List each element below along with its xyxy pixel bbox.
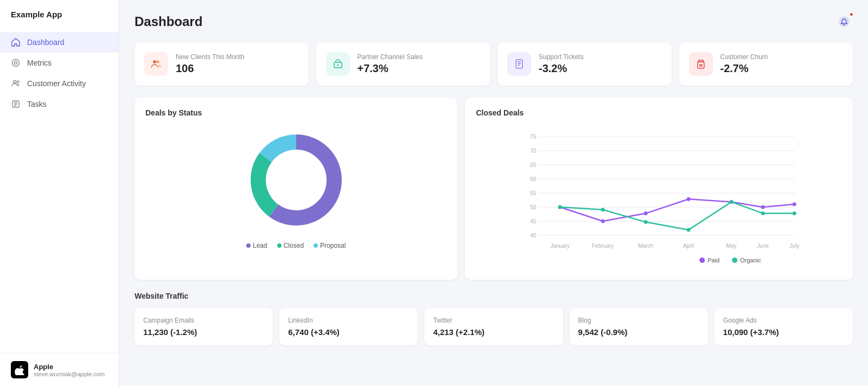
- traffic-section: Website Traffic Campaign Emails 11,230 (…: [135, 292, 853, 345]
- kpi-row: New Clients This Month 106 Partner Chann…: [135, 42, 853, 86]
- svg-point-3: [17, 81, 19, 83]
- traffic-card-3: Blog 9,542 (-0.9%): [570, 308, 708, 345]
- kpi-icon-new-clients: [144, 52, 168, 76]
- app-logo: Example App: [0, 0, 119, 28]
- kpi-value-support-tickets: -3.2%: [539, 62, 584, 75]
- svg-text:50: 50: [531, 204, 537, 210]
- svg-rect-10: [516, 60, 522, 68]
- sidebar-item-dashboard[interactable]: Dashboard: [0, 32, 119, 53]
- sidebar-nav: Dashboard Metrics Customer A: [0, 28, 119, 353]
- traffic-value-1: 6,740 (+3.4%): [288, 327, 409, 337]
- donut-legend: Lead Closed Proposal: [246, 242, 346, 249]
- sidebar-item-metrics[interactable]: Metrics: [0, 53, 119, 73]
- traffic-value-4: 10,090 (+3.7%): [723, 327, 844, 337]
- legend-closed: Closed: [277, 242, 304, 249]
- kpi-text-new-clients: New Clients This Month 106: [176, 53, 245, 75]
- svg-text:75: 75: [531, 134, 537, 140]
- kpi-card-support-tickets: Support Tickets -3.2%: [497, 42, 672, 86]
- svg-point-1: [15, 62, 17, 65]
- donut-container: Lead Closed Proposal: [145, 126, 446, 249]
- traffic-card-4: Google Ads 10,090 (+3.7%): [714, 308, 853, 345]
- svg-point-40: [644, 211, 648, 215]
- closed-deals-card: Closed Deals 75 70 65 60 55 50 45 40: [465, 98, 853, 280]
- traffic-label-1: LinkedIn: [288, 317, 409, 324]
- svg-point-7: [157, 61, 159, 63]
- svg-point-6: [153, 60, 156, 63]
- svg-point-9: [337, 65, 339, 66]
- svg-text:February: February: [592, 243, 614, 249]
- kpi-text-partner-sales: Partner Channel Sales +7.3%: [358, 53, 423, 75]
- traffic-label-3: Blog: [578, 317, 699, 324]
- svg-text:June: June: [757, 243, 769, 249]
- svg-point-45: [558, 205, 562, 209]
- svg-point-43: [761, 205, 765, 209]
- legend-lead: Lead: [246, 242, 267, 249]
- line-chart: 75 70 65 60 55 50 45 40 January February…: [476, 126, 842, 267]
- svg-point-39: [601, 220, 605, 223]
- kpi-card-customer-churn: Customer Churn -2.7%: [679, 42, 853, 86]
- sidebar-label-dashboard: Dashboard: [27, 38, 65, 47]
- svg-text:April: April: [684, 243, 694, 249]
- deals-by-status-card: Deals by Status Lead Closed Proposal: [135, 98, 457, 280]
- kpi-value-customer-churn: -2.7%: [720, 62, 768, 75]
- svg-text:45: 45: [531, 218, 537, 224]
- svg-point-2: [14, 81, 16, 83]
- svg-text:Paid: Paid: [708, 257, 720, 263]
- kpi-value-partner-sales: +7.3%: [358, 62, 423, 75]
- svg-point-44: [793, 202, 796, 206]
- svg-point-52: [700, 258, 705, 263]
- svg-point-50: [761, 211, 765, 215]
- traffic-card-0: Campaign Emails 11,230 (-1.2%): [135, 308, 273, 345]
- kpi-value-new-clients: 106: [176, 62, 245, 75]
- user-email: steve.wozniak@apple.com: [34, 371, 105, 377]
- sidebar-item-tasks[interactable]: Tasks: [0, 94, 119, 114]
- traffic-value-0: 11,230 (-1.2%): [143, 327, 264, 337]
- legend-proposal: Proposal: [314, 242, 346, 249]
- home-icon: [11, 37, 21, 47]
- kpi-label-partner-sales: Partner Channel Sales: [358, 53, 423, 61]
- kpi-text-customer-churn: Customer Churn -2.7%: [720, 53, 768, 75]
- donut-chart: [242, 126, 350, 234]
- notification-icon[interactable]: [835, 13, 853, 30]
- page-title: Dashboard: [135, 14, 202, 29]
- svg-text:Organic: Organic: [741, 257, 762, 263]
- kpi-icon-support-tickets: [507, 52, 531, 76]
- svg-point-51: [793, 211, 796, 215]
- main-content: Dashboard New Clients This Mont: [119, 0, 868, 386]
- users-icon: [11, 79, 21, 88]
- kpi-icon-customer-churn: [689, 52, 713, 76]
- closed-deals-title: Closed Deals: [476, 108, 842, 117]
- traffic-card-1: LinkedIn 6,740 (+3.4%): [279, 308, 418, 345]
- kpi-text-support-tickets: Support Tickets -3.2%: [539, 53, 584, 75]
- sidebar: Example App Dashboard Metrics: [0, 0, 119, 386]
- svg-point-47: [644, 220, 648, 224]
- svg-text:65: 65: [531, 162, 537, 168]
- kpi-icon-partner-sales: [326, 52, 350, 76]
- user-avatar: [11, 361, 28, 378]
- svg-text:January: January: [551, 243, 570, 249]
- svg-text:July: July: [790, 243, 800, 249]
- kpi-label-customer-churn: Customer Churn: [720, 53, 768, 61]
- svg-point-54: [732, 258, 738, 263]
- traffic-label-2: Twitter: [433, 317, 554, 324]
- traffic-label-0: Campaign Emails: [143, 317, 264, 324]
- svg-point-49: [730, 200, 733, 204]
- user-profile: Apple steve.wozniak@apple.com: [0, 353, 119, 386]
- traffic-title: Website Traffic: [135, 292, 853, 300]
- traffic-value-3: 9,542 (-0.9%): [578, 327, 699, 337]
- deals-chart-title: Deals by Status: [145, 108, 446, 117]
- svg-text:60: 60: [531, 176, 537, 182]
- charts-row: Deals by Status Lead Closed Proposal: [135, 98, 853, 280]
- tasks-icon: [11, 99, 21, 109]
- traffic-cards: Campaign Emails 11,230 (-1.2%) LinkedIn …: [135, 308, 853, 345]
- svg-point-5: [839, 16, 850, 27]
- svg-point-41: [687, 197, 691, 201]
- svg-text:70: 70: [531, 148, 537, 154]
- traffic-card-2: Twitter 4,213 (+2.1%): [424, 308, 563, 345]
- kpi-label-support-tickets: Support Tickets: [539, 53, 584, 61]
- page-header: Dashboard: [135, 13, 853, 30]
- traffic-label-4: Google Ads: [723, 317, 844, 324]
- sidebar-item-customer-activity[interactable]: Customer Activity: [0, 73, 119, 94]
- svg-point-46: [601, 208, 605, 211]
- user-info: Apple steve.wozniak@apple.com: [34, 363, 105, 377]
